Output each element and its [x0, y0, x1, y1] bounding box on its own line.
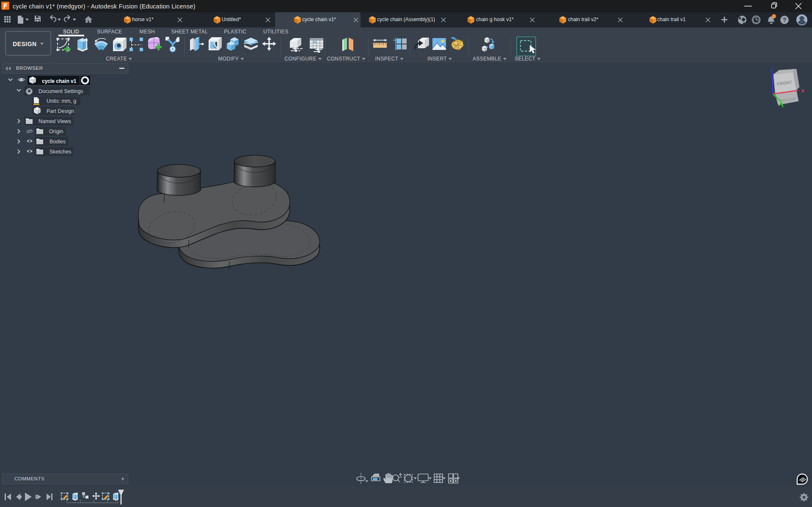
svg-text:?: ? [783, 16, 787, 23]
svg-text:Z: Z [770, 68, 773, 73]
svg-text:X: X [801, 88, 804, 93]
